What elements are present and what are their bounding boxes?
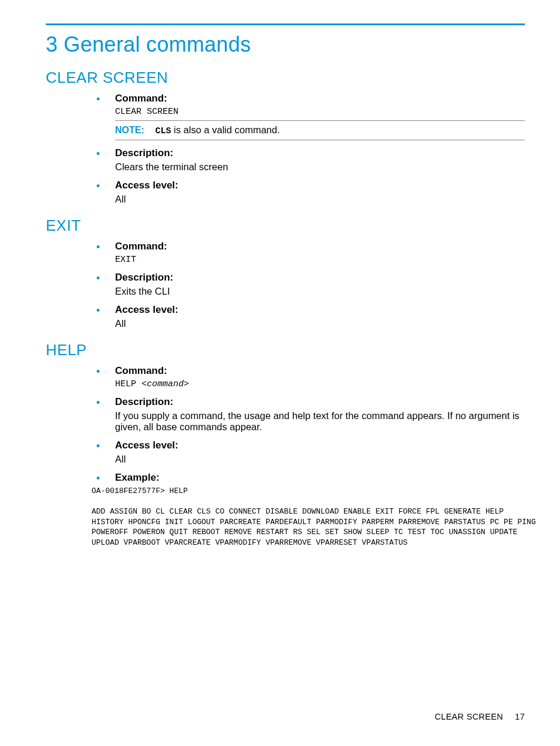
note-label: NOTE:	[115, 125, 144, 135]
example-output: ADD ASSIGN BO CL CLEAR CLS CO CONNECT DI…	[92, 507, 541, 547]
access-value: All	[115, 194, 525, 205]
command-label: Command:	[115, 93, 525, 104]
description-value: If you supply a command, the usage and h…	[115, 410, 525, 433]
description-label: Description:	[115, 272, 525, 283]
example-label: Example:	[115, 472, 525, 484]
help-access-item: Access level: All	[92, 440, 525, 465]
access-label: Access level:	[115, 180, 525, 191]
description-value: Clears the terminal screen	[115, 161, 525, 173]
example-block: OA-0018FE27577F> HELP ADD ASSIGN BO CL C…	[92, 486, 537, 548]
note-rest: is also a valid command.	[171, 124, 280, 135]
top-rule	[46, 23, 525, 25]
access-value: All	[115, 318, 525, 329]
access-label: Access level:	[115, 440, 525, 451]
note-code: CLS	[156, 126, 171, 136]
section-help-title: HELP	[46, 341, 525, 359]
access-label: Access level:	[115, 304, 525, 316]
clear-screen-description-item: Description: Clears the terminal screen	[92, 147, 525, 173]
help-command-arg: <command>	[141, 379, 189, 389]
command-value: EXIT	[115, 255, 525, 265]
description-value: Exits the CLI	[115, 286, 525, 297]
clear-screen-access-item: Access level: All	[92, 180, 525, 205]
description-label: Description:	[115, 147, 525, 159]
command-label: Command:	[115, 365, 525, 377]
page-footer: CLEAR SCREEN 17	[435, 712, 525, 721]
help-command-item: Command: HELP <command>	[92, 365, 525, 389]
access-value: All	[115, 454, 525, 465]
help-block: Command: HELP <command> Description: If …	[46, 365, 525, 548]
command-value: HELP <command>	[115, 379, 525, 389]
clear-screen-command-item: Command: CLEAR SCREEN NOTE: CLS is also …	[92, 93, 525, 140]
exit-command-item: Command: EXIT	[92, 241, 525, 265]
description-label: Description:	[115, 396, 525, 408]
help-example-item: Example: OA-0018FE27577F> HELP ADD ASSIG…	[92, 472, 525, 548]
exit-access-item: Access level: All	[92, 304, 525, 329]
example-prompt: OA-0018FE27577F> HELP	[92, 487, 188, 495]
chapter-title: 3 General commands	[46, 32, 525, 57]
command-value: CLEAR SCREEN	[115, 107, 525, 117]
exit-block: Command: EXIT Description: Exits the CLI…	[46, 241, 525, 329]
footer-label: CLEAR SCREEN	[435, 712, 503, 721]
clear-screen-block: Command: CLEAR SCREEN NOTE: CLS is also …	[46, 93, 525, 205]
note-box: NOTE: CLS is also a valid command.	[115, 120, 525, 140]
help-description-item: Description: If you supply a command, th…	[92, 396, 525, 433]
help-command-prefix: HELP	[115, 379, 141, 389]
note-text: CLS is also a valid command.	[156, 124, 280, 135]
footer-page-number: 17	[515, 712, 525, 721]
section-exit-title: EXIT	[46, 217, 525, 235]
section-clear-screen-title: CLEAR SCREEN	[46, 69, 525, 87]
command-label: Command:	[115, 241, 525, 252]
exit-description-item: Description: Exits the CLI	[92, 272, 525, 297]
